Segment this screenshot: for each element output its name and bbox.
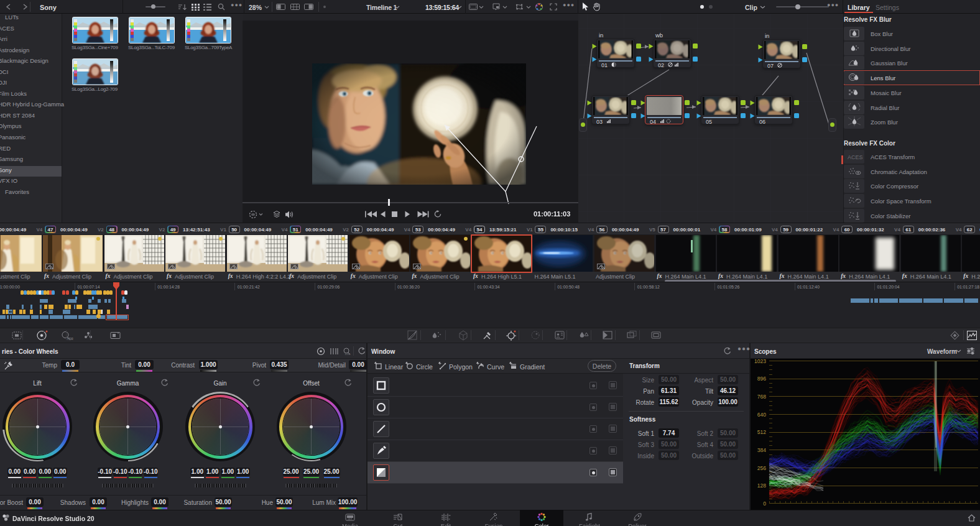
svg-text:16:9: 16:9 xyxy=(348,518,352,520)
